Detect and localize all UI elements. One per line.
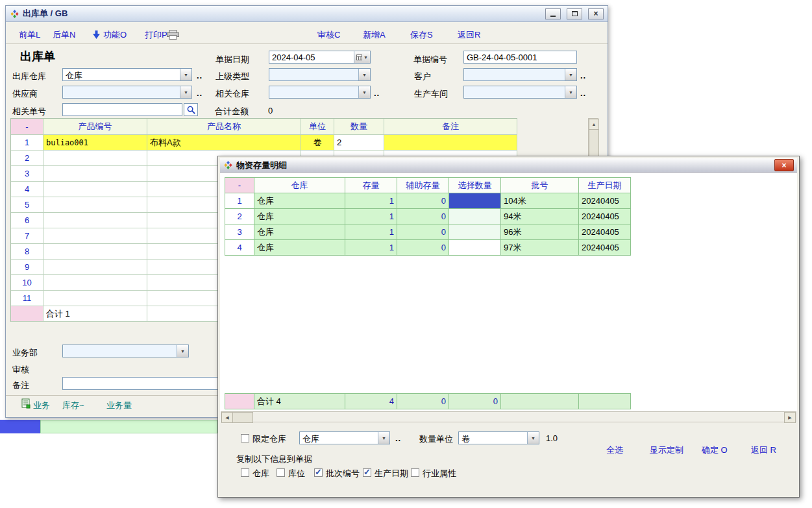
lookup-button[interactable] [184,103,198,116]
cell-empty[interactable] [43,166,147,182]
chevron-down-icon[interactable]: ▼ [177,345,188,357]
cell-note[interactable] [384,135,517,151]
limit-warehouse-checkbox[interactable] [241,434,249,442]
row-number[interactable]: 1 [11,135,43,151]
cell-warehouse[interactable]: 仓库 [254,209,345,224]
close-button[interactable]: × [588,8,604,19]
cell-warehouse[interactable]: 仓库 [254,240,345,256]
out-warehouse-combo[interactable]: 仓库 ▼ [62,68,192,81]
cell-empty[interactable] [43,228,147,244]
ok-button[interactable]: 确定 O [702,444,728,456]
qty-unit-combo[interactable]: 卷 ▼ [458,431,539,444]
cell-prod-date[interactable]: 20240405 [579,224,631,240]
cell-prod-date[interactable]: 20240405 [579,193,631,209]
workshop-combo[interactable]: ▼ [463,86,577,99]
doc-no-field[interactable]: GB-24-04-05-0001 [463,51,577,64]
customer-browse[interactable]: .. [580,71,586,80]
cell-batch[interactable]: 94米 [501,209,579,224]
customer-combo[interactable]: ▼ [463,68,577,81]
row-number[interactable]: 7 [11,228,43,244]
chevron-down-icon[interactable]: ▼ [358,69,370,80]
cell-empty[interactable] [43,275,147,291]
parent-type-combo[interactable]: ▼ [269,68,371,81]
row-number[interactable]: 8 [11,244,43,260]
copy-location-checkbox[interactable] [277,468,285,477]
related-warehouse-combo[interactable]: ▼ [269,86,371,99]
chevron-down-icon[interactable]: ▼ [527,432,539,444]
copy-industry-checkbox[interactable] [411,468,419,477]
limit-warehouse-combo[interactable]: 仓库 ▼ [299,431,390,444]
cell-stock[interactable]: 1 [345,193,397,209]
cell-batch[interactable]: 97米 [501,240,579,256]
scroll-thumb[interactable] [589,129,599,158]
chevron-down-icon[interactable]: ▼ [180,69,191,80]
row-number[interactable]: 4 [225,240,254,256]
supplier-combo[interactable]: ▼ [62,86,192,99]
return-button[interactable]: 返回 R [751,444,776,456]
cell-empty[interactable] [43,182,147,197]
audit-button[interactable]: 审核C [317,29,340,41]
row-number[interactable]: 3 [225,224,254,240]
dialog-close-button[interactable]: × [774,159,794,171]
print-button[interactable]: 打印P [145,29,167,41]
cell-prod-date[interactable]: 20240405 [579,240,631,256]
doc-date-field[interactable]: 2024-04-05 ▼ [269,51,371,64]
dialog-horizontal-scrollbar[interactable]: ◀ ▶ [221,411,796,422]
prev-doc-button[interactable]: 前单L [19,29,40,41]
next-doc-button[interactable]: 后单N [53,29,75,41]
cell-warehouse[interactable]: 仓库 [254,193,345,209]
row-number[interactable]: 1 [225,193,254,209]
back-button[interactable]: 返回R [458,29,480,41]
related-warehouse-browse[interactable]: .. [374,88,380,98]
cell-batch[interactable]: 96米 [501,224,579,240]
cell-aux-stock[interactable]: 0 [397,209,449,224]
cell-empty[interactable] [43,244,147,260]
row-number[interactable]: 5 [11,197,43,213]
copy-batch-checkbox[interactable] [314,468,323,477]
maximize-button[interactable] [567,8,582,19]
dialog-titlebar[interactable]: 物资存量明细 × [220,158,797,173]
row-number[interactable]: 11 [11,291,43,306]
row-number[interactable]: 2 [11,151,43,166]
chevron-down-icon[interactable]: ▼ [565,86,576,98]
cell-product-name[interactable]: 布料A款 [147,135,301,151]
note-field[interactable] [62,377,218,390]
cell-qty-editor[interactable]: 2 [334,135,384,151]
dept-combo[interactable]: ▼ [62,345,189,357]
tab-stock[interactable]: 库存~ [62,400,84,411]
row-number[interactable]: 9 [11,260,43,275]
cell-empty[interactable] [43,260,147,275]
tab-business[interactable]: 业务 [33,400,50,411]
chevron-down-icon[interactable]: ▼ [358,86,370,98]
copy-prod-date-checkbox[interactable] [363,468,371,477]
cell-empty[interactable] [43,213,147,228]
supplier-browse[interactable]: .. [197,88,203,98]
cell-product-code[interactable]: buliao001 [43,135,147,151]
calendar-dropdown-button[interactable]: ▼ [354,51,370,63]
customize-view-button[interactable]: 显示定制 [650,444,683,456]
row-number[interactable]: 2 [225,209,254,224]
related-doc-field[interactable] [62,103,182,116]
cell-prod-date[interactable]: 20240405 [579,209,631,224]
cell-aux-stock[interactable]: 0 [397,240,449,256]
copy-warehouse-checkbox[interactable] [241,468,249,477]
chevron-down-icon[interactable]: ▼ [565,69,576,80]
cell-empty[interactable] [43,291,147,306]
cell-aux-stock[interactable]: 0 [397,193,449,209]
cell-select-qty[interactable] [449,193,501,209]
scroll-left-icon[interactable]: ◀ [221,412,233,423]
row-number[interactable]: 4 [11,182,43,197]
save-button[interactable]: 保存S [410,29,433,41]
cell-stock[interactable]: 1 [345,240,397,256]
scroll-up-icon[interactable]: ▲ [589,119,599,130]
cell-select-qty[interactable] [449,240,501,256]
cell-batch[interactable]: 104米 [501,193,579,209]
minimize-button[interactable] [545,8,561,19]
limit-warehouse-browse[interactable]: .. [395,433,401,443]
add-button[interactable]: 新增A [363,29,386,41]
tab-business-volume[interactable]: 业务量 [106,400,132,411]
select-all-button[interactable]: 全选 [606,444,623,456]
chevron-down-icon[interactable]: ▼ [180,86,191,98]
cell-select-qty[interactable] [449,209,501,224]
window-titlebar[interactable]: 出库单 / GB × [6,6,608,22]
